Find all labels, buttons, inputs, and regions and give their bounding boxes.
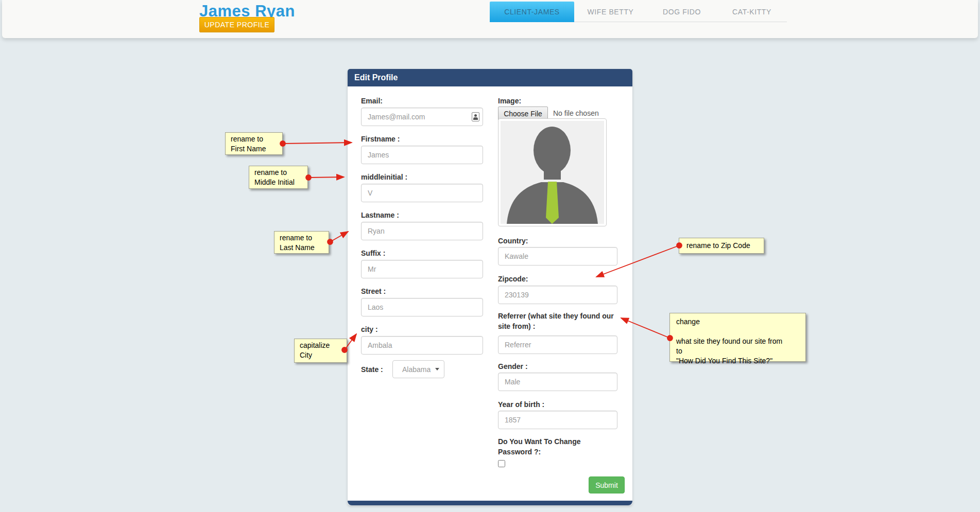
- city-label: city :: [361, 324, 483, 334]
- tab-dog-fido[interactable]: DOG FIDO: [647, 2, 717, 22]
- zipcode-label: Zipcode:: [498, 274, 617, 284]
- street-label: Street :: [361, 286, 483, 296]
- image-label: Image:: [498, 96, 617, 106]
- note-change-referrer: change what site they found our site fro…: [669, 313, 806, 362]
- chevron-down-icon: [435, 368, 439, 370]
- tab-cat-kitty[interactable]: CAT-KITTY: [717, 2, 787, 22]
- panel-footer-bar: [348, 501, 632, 505]
- street-input[interactable]: [361, 298, 483, 316]
- suffix-label: Suffix :: [361, 248, 483, 258]
- firstname-label: Firstname :: [361, 134, 483, 144]
- middleinitial-label: middleinitial :: [361, 172, 483, 182]
- referrer-input[interactable]: [498, 336, 617, 354]
- zipcode-input[interactable]: [498, 286, 617, 304]
- state-label: State :: [361, 364, 383, 375]
- avatar-placeholder-image: [498, 118, 607, 226]
- gender-input[interactable]: [498, 373, 617, 391]
- avatar-silhouette-graphic: [501, 121, 604, 224]
- change-password-checkbox[interactable]: [498, 460, 505, 467]
- note-rename-last-name: rename to Last Name: [274, 231, 329, 254]
- suffix-input[interactable]: [361, 260, 483, 278]
- email-field-wrap: [361, 108, 483, 126]
- tab-wife-betty[interactable]: WIFE BETTY: [574, 2, 647, 22]
- gender-label: Gender :: [498, 361, 617, 372]
- note-rename-middle-initial: rename to Middle Initial: [249, 166, 308, 189]
- tab-client-james[interactable]: CLIENT-JAMES: [490, 2, 574, 22]
- contact-icon: [472, 112, 479, 121]
- state-select-value: Alabama: [402, 365, 431, 374]
- note-rename-zip-code: rename to Zip Code: [679, 238, 764, 254]
- lastname-label: Lastname :: [361, 210, 483, 220]
- file-status-text: No file chosen: [553, 109, 599, 117]
- note-capitalize-city: capitalize City: [294, 339, 347, 363]
- country-input[interactable]: [498, 247, 617, 266]
- year-of-birth-input[interactable]: [498, 411, 617, 429]
- city-input[interactable]: [361, 336, 483, 355]
- email-label: Email:: [361, 96, 483, 106]
- state-select[interactable]: Alabama: [392, 360, 444, 378]
- year-of-birth-label: Year of birth :: [498, 399, 617, 410]
- note-rename-first-name: rename to First Name: [225, 132, 283, 155]
- edit-profile-panel: Edit Profile Email: Firstname : middlein…: [348, 69, 632, 505]
- country-label: Country:: [498, 236, 617, 246]
- middleinitial-input[interactable]: [361, 184, 483, 202]
- referrer-label: Referrer (what site they found our site …: [498, 311, 624, 331]
- submit-button[interactable]: Submit: [589, 476, 625, 493]
- tab-bar: CLIENT-JAMES WIFE BETTY DOG FIDO CAT-KIT…: [490, 2, 787, 22]
- update-profile-button[interactable]: UPDATE PROFILE: [199, 17, 274, 32]
- email-input[interactable]: [361, 108, 483, 126]
- firstname-input[interactable]: [361, 146, 483, 164]
- change-password-label: Do You Want To Change Password ?:: [498, 436, 591, 457]
- app-header: James Ryan UPDATE PROFILE CLIENT-JAMES W…: [2, 0, 978, 38]
- panel-title: Edit Profile: [348, 69, 632, 86]
- page: James Ryan UPDATE PROFILE CLIENT-JAMES W…: [0, 0, 980, 512]
- lastname-input[interactable]: [361, 222, 483, 240]
